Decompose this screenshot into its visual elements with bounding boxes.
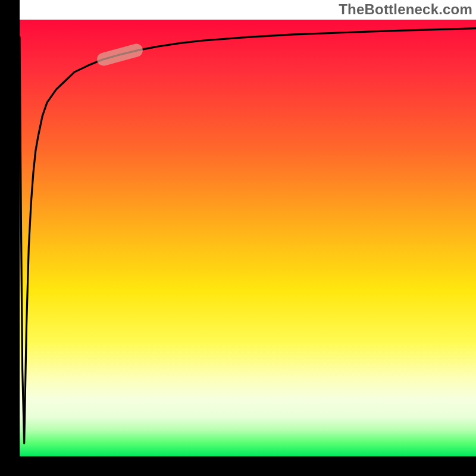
- svg-rect-0: [0, 0, 20, 476]
- svg-rect-1: [0, 456, 476, 476]
- watermark-text: TheBottleneck.com: [339, 1, 472, 18]
- chart-stage: TheBottleneck.com: [0, 0, 476, 476]
- plot-area: [20, 20, 476, 456]
- bottleneck-curve: [20, 29, 476, 443]
- curve-layer: [20, 20, 476, 456]
